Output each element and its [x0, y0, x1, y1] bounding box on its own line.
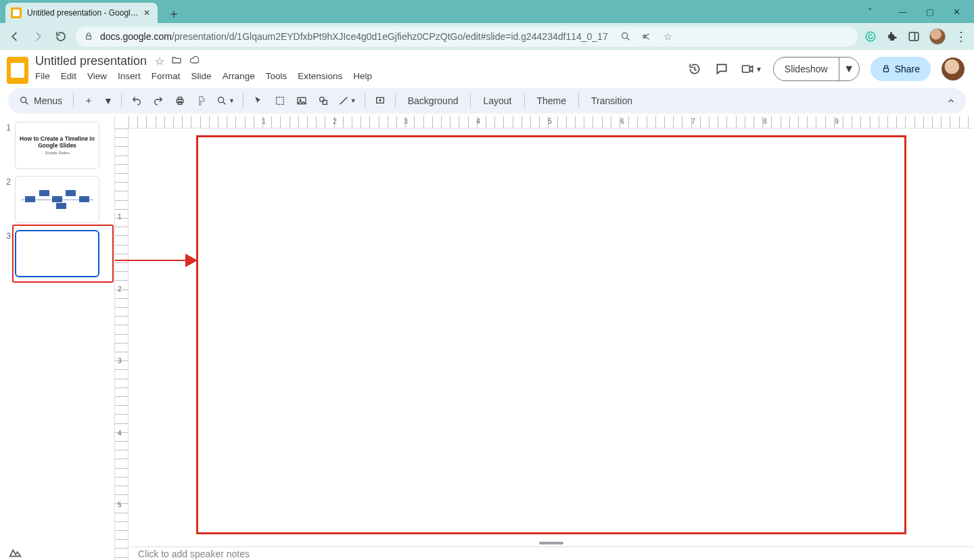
undo-button[interactable] — [127, 91, 146, 110]
search-menus[interactable]: Menus — [14, 91, 68, 110]
paint-format-button[interactable] — [192, 91, 211, 110]
notes-resize-handle[interactable] — [539, 542, 563, 544]
browser-chrome: Untitled presentation - Google Sl ✕ ＋ ˅ … — [0, 0, 974, 50]
slides-logo-icon[interactable] — [7, 57, 28, 84]
image-tool[interactable] — [292, 91, 311, 110]
chrome-menu-icon[interactable]: ⋮ — [955, 29, 967, 44]
doc-title[interactable]: Untitled presentation — [35, 54, 147, 68]
menu-edit[interactable]: Edit — [61, 71, 76, 81]
slide-thumb-3[interactable]: 3 — [4, 230, 110, 277]
thumb-preview: How to Create a Timeline in Google Slide… — [15, 122, 99, 169]
menu-arrange[interactable]: Arrange — [223, 71, 255, 81]
share-page-icon[interactable] — [642, 31, 653, 42]
extension-icons: ⋮ — [864, 28, 967, 45]
zoom-button[interactable]: ▼ — [214, 91, 237, 110]
slideshow-dropdown-icon[interactable]: ▼ — [839, 57, 859, 80]
close-tab-icon[interactable]: ✕ — [141, 8, 152, 18]
maximize-window-icon[interactable]: ▢ — [926, 7, 934, 17]
window-controls: ˅ — ▢ ✕ — [868, 0, 974, 23]
slides-app: Untitled presentation ☆ File Edit View I… — [0, 50, 974, 560]
svg-point-9 — [21, 97, 26, 103]
back-button[interactable] — [7, 28, 23, 45]
account-avatar[interactable] — [942, 57, 965, 80]
svg-point-18 — [299, 99, 301, 101]
tab-search-icon[interactable]: ˅ — [868, 7, 873, 17]
tab-title: Untitled presentation - Google Sl — [27, 8, 141, 18]
move-to-folder-icon[interactable] — [171, 55, 182, 68]
slide-number: 1 — [4, 122, 11, 133]
textbox-tool[interactable] — [271, 91, 289, 110]
new-slide-dropdown-icon[interactable]: ▼ — [101, 91, 116, 110]
url-text: docs.google.com/presentation/d/1Glqaum2E… — [100, 31, 608, 42]
speaker-notes[interactable]: Click to add speaker notes — [130, 546, 974, 560]
zoom-icon[interactable] — [620, 31, 631, 42]
menu-slide[interactable]: Slide — [191, 71, 212, 81]
menu-extensions[interactable]: Extensions — [298, 71, 342, 81]
svg-line-2 — [627, 38, 629, 40]
slide-number: 3 — [4, 230, 11, 241]
reload-button[interactable] — [53, 28, 69, 45]
select-tool[interactable] — [249, 91, 268, 110]
background-button[interactable]: Background — [401, 91, 465, 110]
work-area: 1 How to Create a Timeline in Google Sli… — [0, 116, 974, 560]
filmstrip[interactable]: 1 How to Create a Timeline in Google Sli… — [0, 116, 115, 560]
menu-tools[interactable]: Tools — [266, 71, 287, 81]
header-right: ▼ Slideshow ▼ Share — [687, 54, 965, 81]
slideshow-button[interactable]: Slideshow ▼ — [773, 57, 860, 81]
close-window-icon[interactable]: ✕ — [953, 7, 960, 17]
vertical-ruler[interactable]: 1 2 3 4 5 — [115, 129, 129, 560]
svg-point-14 — [218, 97, 224, 103]
slide-number: 2 — [4, 176, 11, 187]
lock-icon — [84, 32, 93, 41]
share-button[interactable]: Share — [871, 57, 931, 81]
cloud-status-icon[interactable] — [189, 55, 201, 68]
menu-file[interactable]: File — [35, 71, 50, 81]
slide-canvas[interactable] — [196, 135, 906, 534]
menu-insert[interactable]: Insert — [118, 71, 141, 81]
menu-format[interactable]: Format — [152, 71, 181, 81]
svg-rect-7 — [742, 66, 749, 72]
comment-tool[interactable] — [371, 91, 390, 110]
share-lock-icon — [881, 64, 891, 74]
new-tab-button[interactable]: ＋ — [164, 4, 183, 23]
svg-point-1 — [622, 33, 627, 39]
collapse-toolbar-icon[interactable] — [942, 91, 960, 110]
menus-label: Menus — [34, 95, 62, 106]
menu-help[interactable]: Help — [353, 71, 372, 81]
profile-avatar-icon[interactable] — [929, 28, 946, 45]
line-tool[interactable]: ▼ — [335, 91, 359, 110]
star-icon[interactable]: ☆ — [155, 55, 164, 68]
thumb-preview — [15, 230, 99, 277]
meet-present-icon[interactable]: ▼ — [741, 61, 762, 77]
forward-button[interactable] — [30, 28, 46, 45]
browser-tab[interactable]: Untitled presentation - Google Sl ✕ — [5, 3, 158, 23]
svg-rect-12 — [178, 97, 181, 99]
transition-button[interactable]: Transition — [584, 91, 639, 110]
shape-tool[interactable] — [314, 91, 333, 110]
grammarly-icon[interactable] — [864, 30, 877, 43]
theme-button[interactable]: Theme — [530, 91, 574, 110]
doc-header: Untitled presentation ☆ File Edit View I… — [0, 50, 974, 84]
explore-button[interactable] — [8, 546, 23, 559]
omnibox-right-icons: ☆ — [620, 31, 672, 42]
slide-thumb-2[interactable]: 2 — [4, 176, 110, 223]
layout-button[interactable]: Layout — [476, 91, 518, 110]
bookmark-icon[interactable]: ☆ — [664, 31, 672, 42]
minimize-window-icon[interactable]: — — [898, 7, 907, 17]
print-button[interactable] — [170, 91, 189, 110]
horizontal-ruler[interactable]: 1 2 3 4 5 6 7 8 9 — [129, 116, 973, 129]
speaker-notes-placeholder: Click to add speaker notes — [138, 549, 250, 559]
new-slide-button[interactable]: ＋ — [79, 91, 98, 110]
side-panel-icon[interactable] — [908, 30, 920, 43]
version-history-icon[interactable] — [687, 61, 703, 77]
comments-icon[interactable] — [714, 61, 730, 77]
slideshow-label: Slideshow — [774, 64, 839, 74]
menu-view[interactable]: View — [87, 71, 107, 81]
svg-point-19 — [319, 97, 324, 102]
extensions-puzzle-icon[interactable] — [886, 30, 898, 43]
url-bar-row: docs.google.com/presentation/d/1Glqaum2E… — [0, 23, 974, 50]
address-bar[interactable]: docs.google.com/presentation/d/1Glqaum2E… — [76, 26, 858, 47]
menu-bar: File Edit View Insert Format Slide Arran… — [35, 71, 372, 81]
slide-thumb-1[interactable]: 1 How to Create a Timeline in Google Sli… — [4, 122, 110, 169]
redo-button[interactable] — [149, 91, 168, 110]
